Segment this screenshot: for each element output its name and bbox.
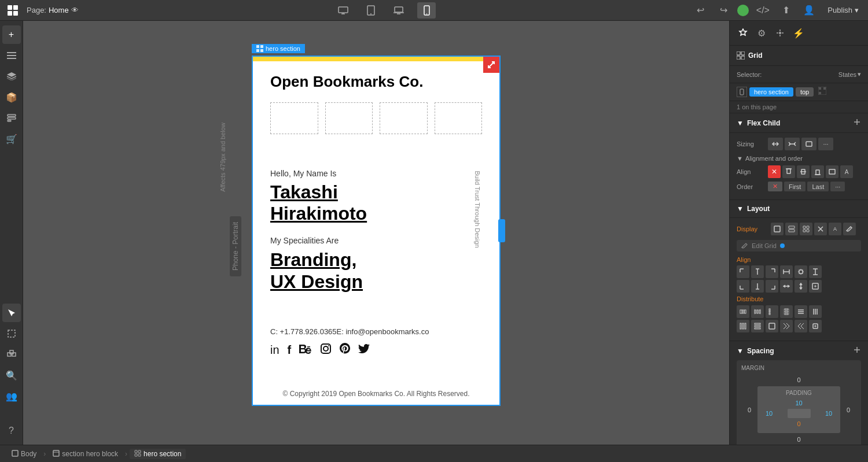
display-edit-btn[interactable] <box>843 223 856 235</box>
align-top-btn[interactable] <box>782 165 795 178</box>
align-bottom-right[interactable] <box>766 280 778 293</box>
page-name[interactable]: Home <box>49 6 69 14</box>
dist-btn-3[interactable] <box>766 305 778 318</box>
behance-icon[interactable] <box>299 343 312 357</box>
hero-section-tag[interactable]: hero section <box>749 87 793 97</box>
account-btn[interactable]: 👤 <box>800 2 818 19</box>
panel-interactions-icon[interactable] <box>771 24 789 42</box>
linkedin-icon[interactable]: in <box>270 343 279 357</box>
order-first-btn[interactable]: First <box>784 182 806 191</box>
desktop-device-btn[interactable] <box>334 2 352 19</box>
facebook-icon[interactable]: f <box>288 343 292 357</box>
flex-child-header[interactable]: ▼ Flex Child <box>730 113 868 133</box>
app-logo[interactable] <box>5 2 21 19</box>
dist-btn-6[interactable] <box>809 305 822 318</box>
dist-btn-8[interactable] <box>751 320 764 332</box>
add-selector-icon[interactable] <box>818 87 826 97</box>
tablet-device-btn[interactable] <box>362 2 380 19</box>
sizing-btn-grow[interactable] <box>785 138 800 150</box>
order-x-btn[interactable]: ✕ <box>768 182 782 191</box>
panel-settings-icon[interactable]: ⚙ <box>753 24 770 42</box>
resize-handle[interactable] <box>498 219 505 242</box>
align-space-h[interactable] <box>780 265 793 278</box>
laptop-device-btn[interactable] <box>389 2 408 19</box>
dist-btn-7[interactable] <box>737 320 749 332</box>
display-block-btn[interactable] <box>771 223 784 235</box>
align-bottom-center[interactable] <box>751 280 764 293</box>
dist-btn-9[interactable] <box>766 320 778 332</box>
states-button[interactable]: States ▾ <box>838 71 861 78</box>
margin-bottom-val[interactable]: 0 <box>797 436 800 443</box>
sidebar-collab-icon[interactable]: 👥 <box>2 387 21 405</box>
top-tag[interactable]: top <box>796 87 814 97</box>
display-grid-btn[interactable] <box>800 223 812 235</box>
align-space-v[interactable] <box>809 265 822 278</box>
order-more-btn[interactable]: ··· <box>830 182 845 191</box>
panel-style-icon[interactable] <box>734 24 752 42</box>
dist-btn-1[interactable] <box>737 305 749 318</box>
export-btn[interactable]: ⬆ <box>777 2 795 19</box>
sidebar-help-icon[interactable]: ? <box>2 422 21 440</box>
pinterest-icon[interactable] <box>340 343 350 357</box>
sidebar-nav-icon[interactable] <box>2 46 21 65</box>
sidebar-layers-icon[interactable] <box>2 67 21 86</box>
undo-btn[interactable]: ↩ <box>691 2 709 19</box>
margin-left-val[interactable]: 0 <box>748 406 751 413</box>
layout-header[interactable]: ▼ Layout <box>730 200 868 218</box>
align-bottom-btn[interactable] <box>811 165 824 178</box>
margin-right-val[interactable]: 0 <box>847 406 850 413</box>
page-eye-icon[interactable]: 👁 <box>71 6 79 14</box>
canvas-area[interactable]: Affects 479px and below Phone - Portrait… <box>23 21 729 445</box>
corner-expand-icon[interactable] <box>483 57 499 73</box>
align-bottom-left[interactable] <box>737 280 749 293</box>
dist-btn-12[interactable] <box>809 320 822 332</box>
padding-left-val[interactable]: 10 <box>766 410 773 417</box>
code-btn[interactable]: </> <box>753 2 772 19</box>
sizing-btn-fixed[interactable] <box>801 138 816 150</box>
padding-top-val[interactable]: 10 <box>795 400 802 406</box>
dist-btn-11[interactable] <box>795 320 807 332</box>
publish-button[interactable]: Publish ▾ <box>823 3 863 17</box>
margin-top-val[interactable]: 0 <box>797 376 800 383</box>
sidebar-assets-icon[interactable]: 📦 <box>2 88 21 106</box>
padding-bottom-val[interactable]: 0 <box>797 420 800 427</box>
breadcrumb-hero-section[interactable]: hero section <box>130 449 186 459</box>
sidebar-add-icon[interactable]: + <box>2 25 21 44</box>
sidebar-marquee-icon[interactable] <box>2 324 21 343</box>
padding-right-val[interactable]: 10 <box>825 410 832 417</box>
sidebar-cms-icon[interactable] <box>2 109 21 127</box>
align-full-stretch[interactable] <box>809 280 822 293</box>
instagram-icon[interactable] <box>320 343 332 357</box>
align-top-left[interactable] <box>737 265 749 278</box>
align-middle-btn[interactable] <box>797 165 810 178</box>
align-text-btn[interactable]: A <box>840 165 853 178</box>
flex-child-expand-icon[interactable] <box>853 118 861 128</box>
breadcrumb-body[interactable]: Body <box>7 449 41 459</box>
dist-btn-5[interactable] <box>795 305 807 318</box>
panel-lightning-icon[interactable]: ⚡ <box>790 24 807 42</box>
display-flex-col-btn[interactable] <box>785 223 798 235</box>
align-stretch-btn[interactable] <box>826 165 838 178</box>
align-x-btn[interactable]: ✕ <box>768 165 781 178</box>
phone-device-btn[interactable] <box>417 2 436 19</box>
align-top-center[interactable] <box>751 265 764 278</box>
twitter-icon[interactable] <box>358 343 370 357</box>
align-stretch-h2[interactable] <box>780 280 793 293</box>
redo-btn[interactable]: ↪ <box>714 2 733 19</box>
display-text-btn[interactable]: A <box>829 223 841 235</box>
sizing-btn-shrink[interactable] <box>768 138 783 150</box>
sidebar-search-icon[interactable]: 🔍 <box>2 366 21 385</box>
dist-btn-4[interactable] <box>780 305 793 318</box>
display-none-btn[interactable] <box>814 223 827 235</box>
dist-btn-2[interactable] <box>751 305 764 318</box>
sidebar-components-icon[interactable] <box>2 345 21 364</box>
sizing-btn-more[interactable]: ··· <box>818 138 833 150</box>
align-center-all[interactable] <box>795 265 807 278</box>
dist-btn-10[interactable] <box>780 320 793 332</box>
spacing-expand-icon[interactable] <box>853 346 861 356</box>
breadcrumb-section-hero[interactable]: section hero block <box>48 449 123 459</box>
sidebar-select-icon[interactable] <box>2 304 21 322</box>
edit-grid-button[interactable]: Edit Grid <box>737 240 861 252</box>
align-top-right[interactable] <box>766 265 778 278</box>
order-last-btn[interactable]: Last <box>807 182 829 191</box>
